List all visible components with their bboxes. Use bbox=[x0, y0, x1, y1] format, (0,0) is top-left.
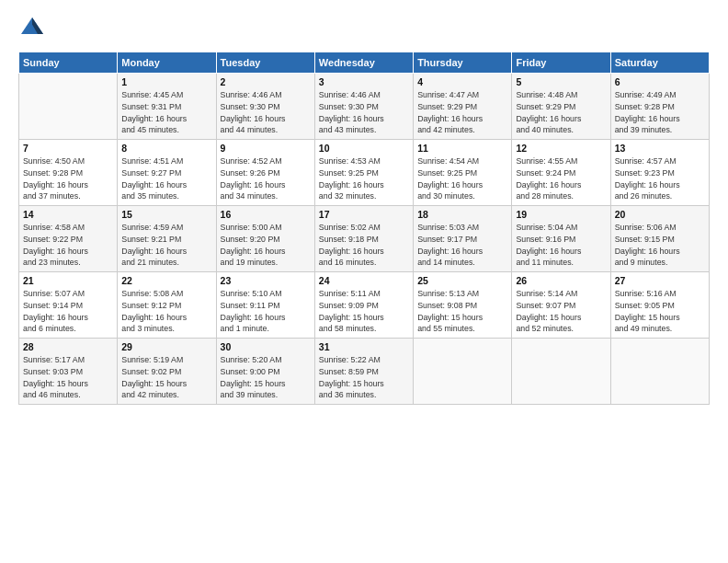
day-number: 30 bbox=[221, 341, 311, 352]
day-cell: 14Sunrise: 4:58 AM Sunset: 9:22 PM Dayli… bbox=[19, 206, 118, 272]
calendar-table: SundayMondayTuesdayWednesdayThursdayFrid… bbox=[18, 52, 710, 405]
day-cell: 31Sunrise: 5:22 AM Sunset: 8:59 PM Dayli… bbox=[314, 339, 413, 405]
day-cell: 24Sunrise: 5:11 AM Sunset: 9:09 PM Dayli… bbox=[314, 272, 413, 339]
day-info: Sunrise: 5:08 AM Sunset: 9:12 PM Dayligh… bbox=[121, 288, 211, 335]
day-cell: 11Sunrise: 4:54 AM Sunset: 9:25 PM Dayli… bbox=[414, 140, 512, 206]
day-number: 29 bbox=[121, 341, 211, 352]
day-cell: 25Sunrise: 5:13 AM Sunset: 9:08 PM Dayli… bbox=[414, 272, 512, 339]
day-number: 18 bbox=[417, 209, 507, 220]
day-number: 11 bbox=[417, 143, 507, 154]
day-info: Sunrise: 5:11 AM Sunset: 9:09 PM Dayligh… bbox=[319, 288, 409, 335]
day-number: 20 bbox=[615, 209, 705, 220]
day-info: Sunrise: 4:46 AM Sunset: 9:30 PM Dayligh… bbox=[221, 89, 311, 136]
day-info: Sunrise: 5:10 AM Sunset: 9:11 PM Dayligh… bbox=[221, 288, 311, 335]
day-info: Sunrise: 4:58 AM Sunset: 9:22 PM Dayligh… bbox=[23, 222, 113, 269]
header-cell-tuesday: Tuesday bbox=[216, 52, 314, 74]
day-info: Sunrise: 5:14 AM Sunset: 9:07 PM Dayligh… bbox=[516, 288, 606, 335]
day-cell bbox=[414, 339, 512, 405]
day-info: Sunrise: 4:50 AM Sunset: 9:28 PM Dayligh… bbox=[23, 155, 113, 202]
logo bbox=[18, 15, 50, 42]
day-info: Sunrise: 5:03 AM Sunset: 9:17 PM Dayligh… bbox=[417, 222, 507, 269]
day-info: Sunrise: 4:48 AM Sunset: 9:29 PM Dayligh… bbox=[516, 89, 606, 136]
day-info: Sunrise: 4:49 AM Sunset: 9:28 PM Dayligh… bbox=[615, 89, 705, 136]
day-cell: 4Sunrise: 4:47 AM Sunset: 9:29 PM Daylig… bbox=[414, 74, 512, 140]
calendar-body: 1Sunrise: 4:45 AM Sunset: 9:31 PM Daylig… bbox=[19, 74, 710, 405]
day-number: 15 bbox=[121, 209, 211, 220]
day-cell: 28Sunrise: 5:17 AM Sunset: 9:03 PM Dayli… bbox=[19, 339, 118, 405]
day-info: Sunrise: 4:45 AM Sunset: 9:31 PM Dayligh… bbox=[121, 89, 211, 136]
day-number: 25 bbox=[417, 275, 507, 286]
day-cell: 29Sunrise: 5:19 AM Sunset: 9:02 PM Dayli… bbox=[118, 339, 216, 405]
day-info: Sunrise: 5:04 AM Sunset: 9:16 PM Dayligh… bbox=[516, 222, 606, 269]
day-info: Sunrise: 5:22 AM Sunset: 8:59 PM Dayligh… bbox=[319, 354, 409, 401]
day-cell: 15Sunrise: 4:59 AM Sunset: 9:21 PM Dayli… bbox=[118, 206, 216, 272]
day-info: Sunrise: 4:59 AM Sunset: 9:21 PM Dayligh… bbox=[121, 222, 211, 269]
day-info: Sunrise: 4:47 AM Sunset: 9:29 PM Dayligh… bbox=[417, 89, 507, 136]
day-info: Sunrise: 4:57 AM Sunset: 9:23 PM Dayligh… bbox=[615, 155, 705, 202]
header-cell-wednesday: Wednesday bbox=[314, 52, 413, 74]
day-number: 17 bbox=[319, 209, 409, 220]
day-info: Sunrise: 5:06 AM Sunset: 9:15 PM Dayligh… bbox=[615, 222, 705, 269]
day-info: Sunrise: 5:02 AM Sunset: 9:18 PM Dayligh… bbox=[319, 222, 409, 269]
day-cell: 1Sunrise: 4:45 AM Sunset: 9:31 PM Daylig… bbox=[118, 74, 216, 140]
day-number: 19 bbox=[516, 209, 606, 220]
day-number: 12 bbox=[516, 143, 606, 154]
page: SundayMondayTuesdayWednesdayThursdayFrid… bbox=[0, 0, 728, 563]
day-cell: 9Sunrise: 4:52 AM Sunset: 9:26 PM Daylig… bbox=[216, 140, 314, 206]
week-row-3: 14Sunrise: 4:58 AM Sunset: 9:22 PM Dayli… bbox=[19, 206, 710, 272]
header-cell-saturday: Saturday bbox=[610, 52, 709, 74]
day-cell: 22Sunrise: 5:08 AM Sunset: 9:12 PM Dayli… bbox=[118, 272, 216, 339]
header-cell-friday: Friday bbox=[512, 52, 610, 74]
header-cell-monday: Monday bbox=[118, 52, 216, 74]
day-info: Sunrise: 5:16 AM Sunset: 9:05 PM Dayligh… bbox=[615, 288, 705, 335]
day-cell: 13Sunrise: 4:57 AM Sunset: 9:23 PM Dayli… bbox=[610, 140, 709, 206]
calendar-header: SundayMondayTuesdayWednesdayThursdayFrid… bbox=[19, 52, 710, 74]
logo-icon bbox=[18, 15, 46, 42]
day-number: 5 bbox=[516, 76, 606, 87]
day-number: 28 bbox=[23, 341, 113, 352]
day-number: 26 bbox=[516, 275, 606, 286]
day-cell: 16Sunrise: 5:00 AM Sunset: 9:20 PM Dayli… bbox=[216, 206, 314, 272]
day-info: Sunrise: 5:00 AM Sunset: 9:20 PM Dayligh… bbox=[221, 222, 311, 269]
day-number: 21 bbox=[23, 275, 113, 286]
day-cell: 20Sunrise: 5:06 AM Sunset: 9:15 PM Dayli… bbox=[610, 206, 709, 272]
day-number: 16 bbox=[221, 209, 311, 220]
day-cell bbox=[19, 74, 118, 140]
day-cell: 17Sunrise: 5:02 AM Sunset: 9:18 PM Dayli… bbox=[314, 206, 413, 272]
day-number: 3 bbox=[319, 76, 409, 87]
day-number: 6 bbox=[615, 76, 705, 87]
day-cell bbox=[512, 339, 610, 405]
header-cell-thursday: Thursday bbox=[414, 52, 512, 74]
week-row-4: 21Sunrise: 5:07 AM Sunset: 9:14 PM Dayli… bbox=[19, 272, 710, 339]
day-info: Sunrise: 4:54 AM Sunset: 9:25 PM Dayligh… bbox=[417, 155, 507, 202]
day-cell: 18Sunrise: 5:03 AM Sunset: 9:17 PM Dayli… bbox=[414, 206, 512, 272]
day-info: Sunrise: 4:53 AM Sunset: 9:25 PM Dayligh… bbox=[319, 155, 409, 202]
header-row: SundayMondayTuesdayWednesdayThursdayFrid… bbox=[19, 52, 710, 74]
day-number: 23 bbox=[221, 275, 311, 286]
day-number: 14 bbox=[23, 209, 113, 220]
day-number: 10 bbox=[319, 143, 409, 154]
day-cell: 26Sunrise: 5:14 AM Sunset: 9:07 PM Dayli… bbox=[512, 272, 610, 339]
day-cell: 3Sunrise: 4:46 AM Sunset: 9:30 PM Daylig… bbox=[314, 74, 413, 140]
day-number: 27 bbox=[615, 275, 705, 286]
day-number: 1 bbox=[121, 76, 211, 87]
header-cell-sunday: Sunday bbox=[19, 52, 118, 74]
day-number: 4 bbox=[417, 76, 507, 87]
day-cell: 10Sunrise: 4:53 AM Sunset: 9:25 PM Dayli… bbox=[314, 140, 413, 206]
day-info: Sunrise: 5:17 AM Sunset: 9:03 PM Dayligh… bbox=[23, 354, 113, 401]
header bbox=[18, 15, 710, 42]
day-cell: 12Sunrise: 4:55 AM Sunset: 9:24 PM Dayli… bbox=[512, 140, 610, 206]
day-number: 13 bbox=[615, 143, 705, 154]
day-info: Sunrise: 5:19 AM Sunset: 9:02 PM Dayligh… bbox=[121, 354, 211, 401]
day-info: Sunrise: 4:55 AM Sunset: 9:24 PM Dayligh… bbox=[516, 155, 606, 202]
day-cell: 7Sunrise: 4:50 AM Sunset: 9:28 PM Daylig… bbox=[19, 140, 118, 206]
day-number: 9 bbox=[221, 143, 311, 154]
day-number: 7 bbox=[23, 143, 113, 154]
day-info: Sunrise: 5:13 AM Sunset: 9:08 PM Dayligh… bbox=[417, 288, 507, 335]
day-cell: 6Sunrise: 4:49 AM Sunset: 9:28 PM Daylig… bbox=[610, 74, 709, 140]
day-info: Sunrise: 4:52 AM Sunset: 9:26 PM Dayligh… bbox=[221, 155, 311, 202]
day-cell: 8Sunrise: 4:51 AM Sunset: 9:27 PM Daylig… bbox=[118, 140, 216, 206]
day-number: 8 bbox=[121, 143, 211, 154]
day-info: Sunrise: 4:51 AM Sunset: 9:27 PM Dayligh… bbox=[121, 155, 211, 202]
day-cell: 23Sunrise: 5:10 AM Sunset: 9:11 PM Dayli… bbox=[216, 272, 314, 339]
